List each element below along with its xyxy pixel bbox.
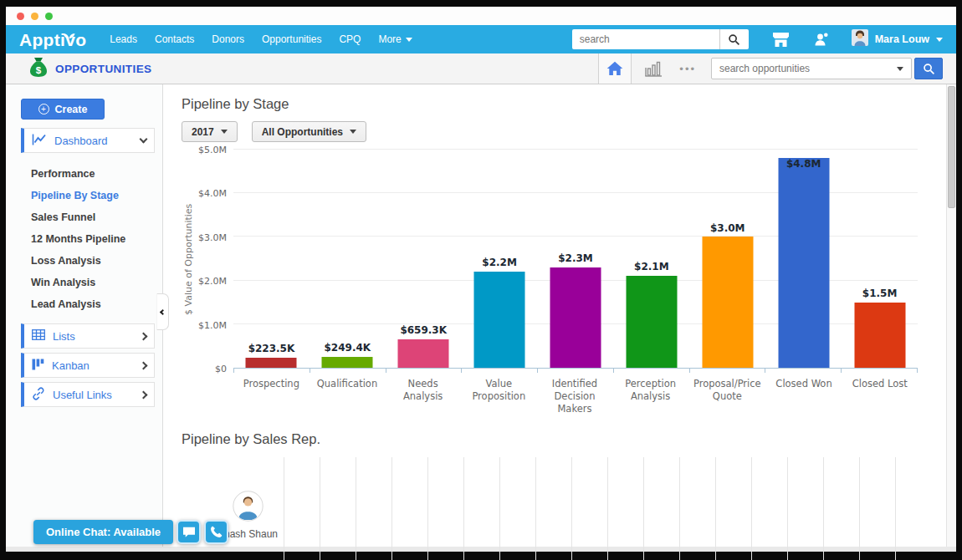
nav-item-cpq[interactable]: CPQ (339, 33, 361, 45)
x-axis-tick (690, 369, 766, 373)
x-axis-labels: ProspectingQualificationNeeds AnalysisVa… (233, 374, 918, 415)
nav-item-donors[interactable]: Donors (212, 33, 244, 45)
sidebar-item-loss-analysis[interactable]: Loss Analysis (6, 250, 162, 272)
phone-icon (210, 526, 223, 538)
bar-proposal-price-quote[interactable] (702, 237, 753, 368)
apptivo-logo[interactable]: Apptivo (19, 31, 86, 48)
x-axis-category-label: Proposal/Price Quote (688, 374, 766, 415)
sidebar-item-lead-analysis[interactable]: Lead Analysis (6, 293, 162, 315)
bar-value-proposition[interactable] (474, 272, 525, 368)
sidebar-item-win-analysis[interactable]: Win Analysis (6, 272, 162, 293)
chat-status-button[interactable]: Online Chat: Available (33, 520, 173, 544)
chart-view-icon[interactable] (645, 61, 664, 77)
opportunity-type-dropdown[interactable]: All Opportunities (252, 121, 366, 142)
app-body: + Create Dashboard PerformancePipeline B… (6, 84, 956, 547)
x-axis-tick (462, 369, 538, 373)
nav-item-leads[interactable]: Leads (110, 33, 137, 45)
sidebar-item-label: Useful Links (53, 389, 133, 401)
sidebar-item-sales-funnel[interactable]: Sales Funnel (6, 206, 162, 228)
svg-text:$: $ (36, 64, 42, 75)
chat-bubble-button[interactable] (177, 520, 201, 544)
vertical-scrollbar[interactable] (946, 84, 956, 547)
create-button[interactable]: + Create (21, 99, 105, 120)
x-axis-category-label: Prospecting (233, 374, 310, 415)
dashboard-submenu: PerformancePipeline By StageSales Funnel… (6, 163, 162, 315)
user-status-icon[interactable] (813, 31, 830, 48)
chevron-down-icon (221, 130, 228, 134)
pipeline-by-stage-title: Pipeline by Stage (182, 96, 918, 112)
app-toolbar: $ OPPORTUNITIES ••• (6, 53, 956, 84)
y-axis: $0$1.0M$2.0M$3.0M$4.0M$5.0M (195, 150, 233, 369)
chevron-right-icon (140, 390, 148, 399)
sidebar-collapse-handle[interactable] (156, 293, 169, 330)
chart-column-proposal-price-quote: $3.0M (689, 150, 765, 368)
global-search-input[interactable] (572, 29, 719, 49)
app-window: Apptivo LeadsContactsDonorsOpportunities… (6, 7, 956, 552)
year-filter-dropdown[interactable]: 2017 (182, 121, 238, 142)
scrollbar-thumb[interactable] (948, 86, 955, 208)
brand-text: Apptivo (19, 30, 86, 49)
x-axis-tick (765, 369, 842, 373)
bar-closed-lost[interactable] (854, 303, 905, 368)
sales-rep-avatar (233, 510, 264, 524)
maximize-window-button[interactable] (45, 13, 53, 20)
global-search-button[interactable] (719, 29, 749, 49)
sidebar-item-performance[interactable]: Performance (6, 163, 162, 185)
sidebar-item-12-months-pipeline[interactable]: 12 Months Pipeline (6, 228, 162, 250)
chevron-right-icon (140, 361, 148, 369)
opportunities-search (711, 58, 912, 79)
opportunities-search-button[interactable] (914, 58, 943, 79)
sidebar-item-useful-links[interactable]: Useful Links (21, 382, 155, 407)
x-axis-category-label: Perception Analysis (612, 374, 688, 415)
pipeline-by-sales-rep-chart: Shash Shaun (182, 457, 918, 557)
search-icon (728, 33, 740, 46)
close-window-button[interactable] (17, 13, 24, 20)
home-button[interactable] (598, 53, 632, 84)
more-options-icon[interactable]: ••• (679, 63, 696, 75)
sidebar-item-dashboard[interactable]: Dashboard (21, 128, 155, 153)
bar-qualification[interactable] (322, 357, 373, 368)
user-menu[interactable]: Mara Louw (852, 29, 943, 49)
opportunity-type-value: All Opportunities (262, 126, 343, 138)
x-axis-tick (310, 369, 386, 373)
app-store-icon[interactable] (772, 32, 790, 48)
y-axis-tick-label: $3.0M (198, 232, 227, 242)
sidebar-item-pipeline-by-stage[interactable]: Pipeline By Stage (6, 185, 162, 206)
sidebar-sections: ListsKanbanUseful Links (6, 323, 162, 407)
create-button-label: Create (55, 104, 88, 115)
search-options-dropdown[interactable] (889, 59, 911, 79)
nav-item-more[interactable]: More (378, 33, 412, 45)
navbar-right: Mara Louw (572, 29, 943, 49)
bar-value-label: $2.2M (482, 257, 517, 268)
bar-perception-analysis[interactable] (626, 276, 677, 368)
bar-prospecting[interactable] (246, 358, 297, 368)
user-name: Mara Louw (875, 33, 929, 45)
money-bag-icon: $ (29, 57, 48, 81)
sidebar-item-label: Lists (53, 330, 133, 343)
minimize-window-button[interactable] (31, 13, 38, 20)
x-axis-category-label: Qualification (310, 374, 386, 415)
chevron-down-icon (406, 38, 412, 42)
bar-value-label: $2.1M (634, 261, 669, 272)
y-axis-title: $ Value of Opportunities (182, 150, 195, 369)
chevron-down-icon (350, 130, 356, 134)
sidebar-item-kanban[interactable]: Kanban (21, 353, 155, 378)
bar-value-label: $1.5M (862, 288, 898, 299)
opportunities-search-input[interactable] (712, 63, 889, 74)
sidebar-item-label: Kanban (52, 359, 133, 372)
bar-closed-won[interactable] (778, 158, 829, 368)
bar-value-label: $2.3M (558, 252, 593, 264)
x-axis-tick (614, 369, 690, 373)
phone-button[interactable] (204, 520, 228, 544)
y-axis-tick-label: $4.0M (198, 188, 227, 199)
year-filter-value: 2017 (192, 126, 214, 138)
nav-item-contacts[interactable]: Contacts (155, 33, 194, 45)
global-search (572, 29, 749, 49)
nav-item-opportunities[interactable]: Opportunities (262, 33, 321, 45)
bar-identified-decision-makers[interactable] (550, 267, 601, 368)
bar-needs-analysis[interactable] (398, 339, 449, 368)
nav-menu: LeadsContactsDonorsOpportunitiesCPQ (110, 33, 361, 45)
x-axis-category-label: Value Proposition (461, 374, 537, 415)
chart-column-needs-analysis: $659.3K (386, 150, 462, 368)
sidebar-item-lists[interactable]: Lists (21, 323, 155, 349)
